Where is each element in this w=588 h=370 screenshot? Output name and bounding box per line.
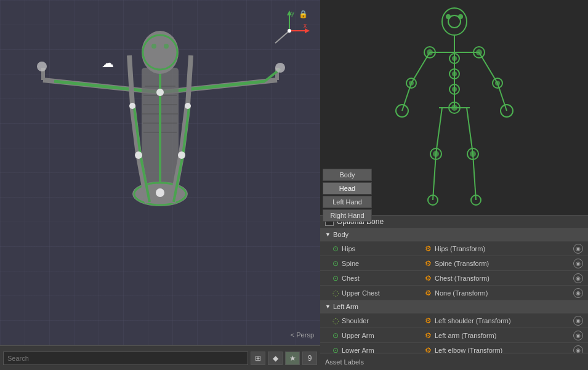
transform-upper-chest: None (Transform) [435,289,570,297]
svg-point-36 [156,188,164,197]
table-row: ⊙ Hips ⚙ Hips (Transform) ◉ [320,241,588,256]
bone-name-lower-arm: Lower Arm [342,347,374,353]
svg-line-60 [473,154,476,200]
avatar-figure [393,3,516,212]
asset-labels-bar: Asset Labels [320,353,588,370]
svg-point-33 [178,151,185,159]
count-btn[interactable]: 9 [302,352,317,365]
left-arm-label: Left Arm [333,303,358,310]
svg-line-45 [275,31,289,43]
bone-left: ⊙ Spine [332,259,425,268]
perspective-label: < Persp [291,331,314,339]
table-row: ⊙ Lower Arm ⚙ Left elbow (Transform) ◉ [320,343,588,353]
bone-icon-upper-arm: ⊙ [332,331,339,340]
bone-right: ⚙ Hips (Transform) ◉ [425,244,583,254]
section-body[interactable]: ▼ Body [320,228,588,241]
asset-labels-text: Asset Labels [325,358,364,366]
spine-select-btn[interactable]: ◉ [573,259,583,268]
transform-upper-arm: Left arm (Transform) [435,332,570,339]
bone-left: ⊙ Hips [332,244,425,253]
bone-left: ⊙ Chest [332,274,425,283]
diamond-btn[interactable]: ◆ [268,352,283,365]
bone-right: ⚙ Left elbow (Transform) ◉ [425,345,583,353]
transform-lower-arm: Left elbow (Transform) [435,347,570,353]
viewport-3d[interactable]: ☁ y x 🔒 < Persp [0,0,320,345]
svg-point-67 [476,49,482,55]
svg-point-77 [452,71,457,76]
bone-right: ⚙ Chest (Transform) ◉ [425,273,583,283]
bone-icon-shoulder: ◌ [332,316,339,325]
svg-point-85 [470,151,476,157]
right-panel: Body Head Left Hand Right Hand Optional … [320,0,588,370]
svg-point-81 [451,105,457,111]
upper-chest-select-btn[interactable]: ◉ [573,288,583,298]
tab-right-hand[interactable]: Right Hand [323,209,372,222]
lower-arm-select-btn[interactable]: ◉ [573,345,583,353]
bone-icon-chest: ⊙ [332,274,339,283]
svg-point-34 [129,103,135,109]
tab-left-hand[interactable]: Left Hand [323,196,372,208]
svg-point-38 [37,62,47,71]
upper-arm-select-btn[interactable]: ◉ [573,331,583,340]
avatar-preview: Body Head Left Hand Right Hand [320,0,588,215]
bone-name-upper-chest: Upper Chest [342,289,380,297]
body-arrow: ▼ [325,231,331,238]
svg-point-37 [275,63,285,73]
svg-text:x: x [304,22,307,29]
axis-gizmo: y x 🔒 [268,9,311,54]
svg-point-35 [185,103,191,109]
svg-marker-43 [305,28,310,33]
cloud-icon: ☁ [102,55,114,70]
svg-point-32 [135,151,142,159]
svg-point-75 [452,56,457,61]
bone-icon-upper-chest: ◌ [332,289,339,297]
svg-line-58 [433,154,436,200]
table-row: ⊙ Chest ⚙ Chest (Transform) ◉ [320,271,588,286]
bone-right: ⚙ None (Transform) ◉ [425,288,583,298]
tab-head[interactable]: Head [323,182,372,195]
svg-point-69 [409,81,414,86]
bone-transform-icon-lower-arm: ⚙ [425,346,432,353]
grid-view-btn[interactable]: ⊞ [251,352,265,365]
bone-transform-icon-hips: ⚙ [425,244,432,253]
svg-point-65 [427,49,433,55]
bone-name-hips: Hips [342,245,355,252]
tab-body[interactable]: Body [323,169,372,181]
section-left-arm[interactable]: ▼ Left Arm [320,300,588,313]
bone-transform-icon-shoulder: ⚙ [425,316,432,325]
transform-chest: Chest (Transform) [435,275,570,282]
svg-point-46 [288,29,291,33]
shoulder-select-btn[interactable]: ◉ [573,316,583,326]
body-label: Body [333,231,348,238]
bone-name-shoulder: Shoulder [342,317,369,324]
svg-line-57 [436,108,442,154]
svg-point-18 [164,44,169,49]
chest-select-btn[interactable]: ◉ [573,273,583,283]
hips-select-btn[interactable]: ◉ [573,244,583,254]
transform-spine: Spine (Transform) [435,260,570,267]
table-row: ⊙ Spine ⚙ Spine (Transform) ◉ [320,256,588,271]
bone-name-chest: Chest [342,275,360,282]
star-btn[interactable]: ★ [285,352,300,365]
bone-icon-spine: ⊙ [332,259,339,268]
bone-left: ⊙ Upper Arm [332,331,425,340]
search-input[interactable] [3,352,248,365]
svg-point-62 [446,14,451,19]
bone-left: ⊙ Lower Arm [332,346,425,353]
svg-point-83 [433,151,439,157]
svg-line-26 [188,55,191,105]
transform-shoulder: Left shoulder (Transform) [435,317,570,324]
bone-name-spine: Spine [342,260,359,267]
table-row: ◌ Upper Chest ⚙ None (Transform) ◉ [320,286,588,300]
bone-panel[interactable]: Optional Bone ▼ Body ⊙ Hips ⚙ Hips (Tran… [320,215,588,353]
table-row: ◌ Shoulder ⚙ Left shoulder (Transform) ◉ [320,313,588,328]
svg-point-63 [458,14,463,19]
svg-point-31 [156,89,164,96]
svg-point-15 [142,31,179,74]
svg-line-23 [129,55,132,105]
bone-transform-icon-spine: ⚙ [425,259,432,268]
bone-panel-wrapper: Optional Bone ▼ Body ⊙ Hips ⚙ Hips (Tran… [320,215,588,353]
svg-line-59 [467,108,473,154]
bone-right: ⚙ Left arm (Transform) ◉ [425,331,583,340]
table-row: ⊙ Upper Arm ⚙ Left arm (Transform) ◉ [320,328,588,343]
